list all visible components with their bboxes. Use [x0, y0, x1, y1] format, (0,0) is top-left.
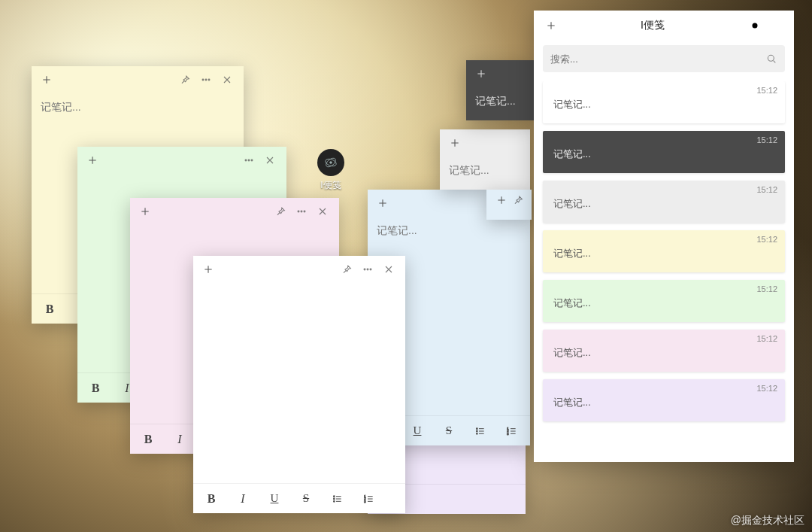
notes-list: 15:12记笔记...15:12记笔记...15:12记笔记...15:12记笔…: [534, 81, 794, 462]
svg-point-22: [476, 430, 477, 432]
svg-point-37: [768, 55, 774, 61]
add-button[interactable]: [83, 151, 102, 169]
strike-button[interactable]: S: [441, 424, 456, 439]
note-timestamp: 15:12: [756, 334, 777, 343]
note-titlebar[interactable]: [77, 147, 286, 174]
note-body[interactable]: [193, 283, 405, 483]
menu-button[interactable]: [357, 259, 378, 280]
bullet-list-button[interactable]: [330, 491, 345, 506]
note-card[interactable]: 15:12记笔记...: [543, 230, 785, 272]
add-button[interactable]: [199, 260, 217, 278]
pin-button[interactable]: [174, 69, 195, 90]
bold-button[interactable]: B: [42, 302, 57, 317]
note-preview: 记笔记...: [553, 347, 591, 358]
menu-button[interactable]: [291, 201, 312, 222]
bold-button[interactable]: B: [88, 381, 103, 396]
svg-point-21: [476, 427, 477, 429]
svg-point-5: [208, 79, 210, 81]
app-title: I便笺: [561, 19, 744, 32]
close-button[interactable]: [312, 201, 333, 222]
svg-point-15: [298, 211, 299, 212]
bold-button[interactable]: B: [204, 491, 219, 506]
note-timestamp: 15:12: [756, 135, 777, 144]
add-button[interactable]: [472, 65, 490, 83]
note-titlebar[interactable]: [32, 66, 244, 93]
svg-text:3: 3: [507, 431, 509, 435]
pin-button[interactable]: [270, 201, 291, 222]
add-button[interactable]: [446, 134, 464, 152]
sticky-note-dark[interactable]: 记笔记...: [466, 60, 534, 120]
add-button[interactable]: [136, 202, 154, 220]
close-app-button[interactable]: [765, 15, 786, 36]
app-header: I便笺: [534, 11, 794, 41]
note-card[interactable]: 15:12记笔记...: [543, 131, 785, 173]
svg-point-36: [753, 23, 758, 29]
svg-point-31: [333, 498, 335, 500]
search-icon: [765, 53, 777, 65]
note-card[interactable]: 15:12记笔记...: [543, 280, 785, 322]
note-card[interactable]: 15:12记笔记...: [543, 330, 785, 372]
note-timestamp: 15:12: [756, 284, 777, 293]
add-button[interactable]: [374, 194, 392, 212]
desktop-shortcut-label: I便笺: [320, 180, 341, 190]
note-card[interactable]: 15:12记笔记...: [543, 379, 785, 421]
search-input[interactable]: [550, 53, 765, 65]
svg-point-30: [333, 495, 335, 497]
desktop-shortcut[interactable]: I便笺: [311, 149, 350, 192]
sticky-note-blue2[interactable]: [486, 190, 532, 220]
svg-point-3: [202, 79, 204, 81]
svg-point-4: [205, 79, 207, 81]
note-titlebar[interactable]: [193, 256, 405, 283]
close-button[interactable]: [259, 150, 280, 171]
sticky-note-white[interactable]: BIUS123: [193, 256, 405, 513]
ordered-list-button[interactable]: 123: [504, 424, 520, 439]
close-button[interactable]: [378, 259, 399, 280]
note-body[interactable]: [486, 211, 532, 226]
note-preview: 记笔记...: [553, 248, 591, 259]
ordered-list-button[interactable]: 123: [362, 491, 377, 506]
underline-button[interactable]: U: [410, 424, 425, 439]
add-button[interactable]: [38, 71, 56, 89]
italic-button[interactable]: I: [172, 432, 187, 447]
note-timestamp: 15:12: [756, 384, 777, 393]
note-card[interactable]: 15:12记笔记...: [543, 181, 785, 223]
note-timestamp: 15:12: [756, 86, 777, 95]
watermark: @掘金技术社区: [731, 514, 804, 527]
note-timestamp: 15:12: [756, 235, 777, 244]
app-glyph-icon: [317, 149, 344, 176]
search-bar[interactable]: [543, 45, 785, 72]
settings-button[interactable]: [744, 15, 765, 36]
menu-button[interactable]: [195, 69, 217, 90]
svg-text:3: 3: [364, 499, 366, 503]
note-titlebar[interactable]: [486, 190, 532, 211]
pin-button[interactable]: [336, 259, 357, 280]
svg-point-2: [330, 162, 332, 164]
svg-point-28: [367, 269, 368, 270]
add-button[interactable]: [492, 191, 511, 209]
underline-button[interactable]: U: [267, 491, 282, 506]
note-body[interactable]: 记笔记...: [440, 157, 530, 190]
note-preview: 记笔记...: [553, 297, 591, 309]
svg-point-27: [364, 269, 365, 270]
italic-button[interactable]: I: [235, 491, 250, 506]
pin-button[interactable]: [511, 190, 526, 211]
bold-button[interactable]: B: [141, 432, 156, 447]
note-preview: 记笔记...: [553, 148, 591, 160]
note-body[interactable]: 记笔记...: [466, 87, 534, 120]
svg-point-32: [333, 500, 335, 502]
menu-button[interactable]: [238, 150, 259, 171]
note-preview: 记笔记...: [553, 397, 591, 408]
notes-app-window: I便笺 15:12记笔记...15:12记笔记...15:12记笔记...15:…: [534, 11, 794, 462]
bullet-list-button[interactable]: [473, 424, 488, 439]
new-note-button[interactable]: [541, 16, 561, 35]
sticky-note-grey[interactable]: 记笔记...: [440, 129, 530, 190]
svg-point-17: [304, 211, 305, 212]
note-titlebar[interactable]: [130, 198, 339, 225]
note-titlebar[interactable]: [466, 60, 534, 87]
format-toolbar: BIUS123: [193, 483, 405, 513]
close-button[interactable]: [217, 69, 238, 90]
strike-button[interactable]: S: [298, 491, 314, 506]
note-card[interactable]: 15:12记笔记...: [543, 81, 785, 123]
svg-point-23: [476, 433, 477, 434]
note-titlebar[interactable]: [440, 129, 530, 157]
